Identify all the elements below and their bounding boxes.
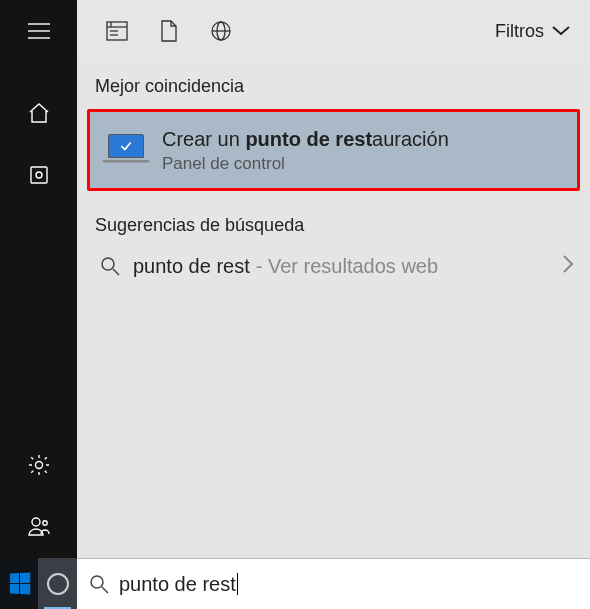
filters-dropdown[interactable]: Filtros: [495, 21, 576, 42]
search-panel: Filtros Mejor coincidencia Crear un punt…: [77, 0, 590, 558]
svg-line-19: [102, 587, 108, 593]
best-match-heading: Mejor coincidencia: [77, 62, 590, 105]
svg-line-17: [113, 269, 119, 275]
windows-logo-icon: [9, 572, 29, 594]
home-button[interactable]: [0, 82, 77, 144]
suggestions-heading: Sugerencias de búsqueda: [77, 201, 590, 244]
cortana-button[interactable]: [38, 558, 77, 609]
timeline-button[interactable]: [0, 144, 77, 206]
search-box[interactable]: punto de rest: [77, 558, 590, 609]
taskbar: [0, 558, 77, 609]
web-suggestion[interactable]: punto de rest - Ver resultados web: [77, 244, 590, 288]
suggestion-hint: - Ver resultados web: [256, 255, 438, 278]
web-filter-icon[interactable]: [195, 0, 247, 62]
settings-button[interactable]: [0, 434, 77, 496]
search-sidebar: [0, 0, 77, 558]
svg-point-5: [35, 462, 42, 469]
chevron-right-icon: [562, 254, 574, 278]
chevron-down-icon: [552, 26, 570, 36]
best-match-result[interactable]: Crear un punto de restauración Panel de …: [87, 109, 580, 191]
svg-point-7: [42, 521, 46, 525]
svg-rect-3: [31, 167, 47, 183]
suggestion-query: punto de rest: [133, 255, 250, 278]
filter-bar: Filtros: [77, 0, 590, 62]
best-match-subtitle: Panel de control: [162, 154, 449, 174]
svg-point-16: [102, 258, 114, 270]
svg-point-18: [91, 576, 103, 588]
menu-button[interactable]: [0, 0, 77, 62]
filters-label: Filtros: [495, 21, 544, 42]
search-icon: [95, 256, 125, 276]
cortana-icon: [47, 573, 69, 595]
search-input[interactable]: punto de rest: [119, 573, 578, 596]
search-icon: [89, 574, 109, 594]
svg-point-4: [36, 172, 42, 178]
profile-button[interactable]: [0, 496, 77, 558]
documents-filter-icon[interactable]: [143, 0, 195, 62]
best-match-title: Crear un punto de restauración: [162, 126, 449, 152]
restore-point-icon: [102, 132, 148, 168]
svg-point-6: [32, 518, 40, 526]
apps-filter-icon[interactable]: [91, 0, 143, 62]
start-button[interactable]: [0, 558, 38, 609]
